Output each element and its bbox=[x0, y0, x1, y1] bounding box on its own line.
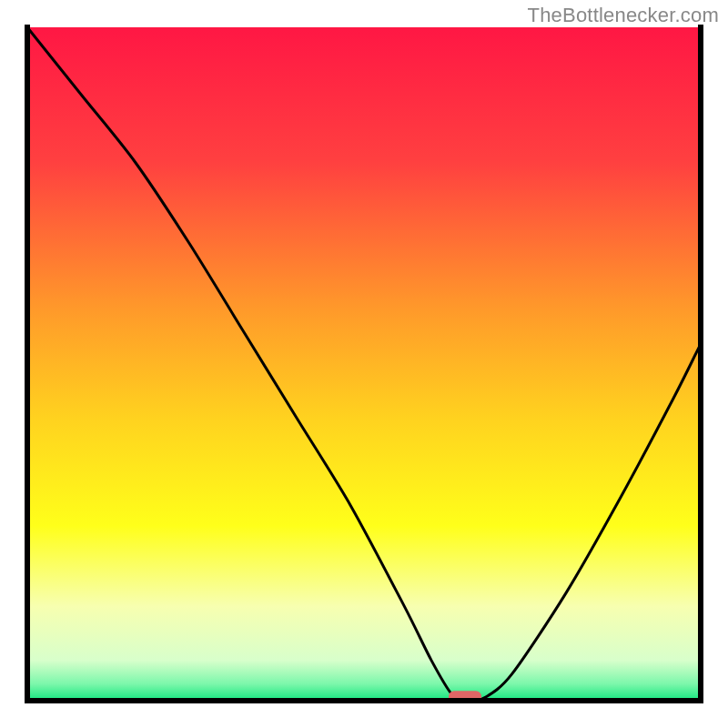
chart-container: TheBottlenecker.com bbox=[0, 0, 728, 728]
watermark-text: TheBottlenecker.com bbox=[528, 4, 719, 27]
bottleneck-chart bbox=[0, 0, 728, 728]
svg-rect-1 bbox=[27, 27, 701, 701]
